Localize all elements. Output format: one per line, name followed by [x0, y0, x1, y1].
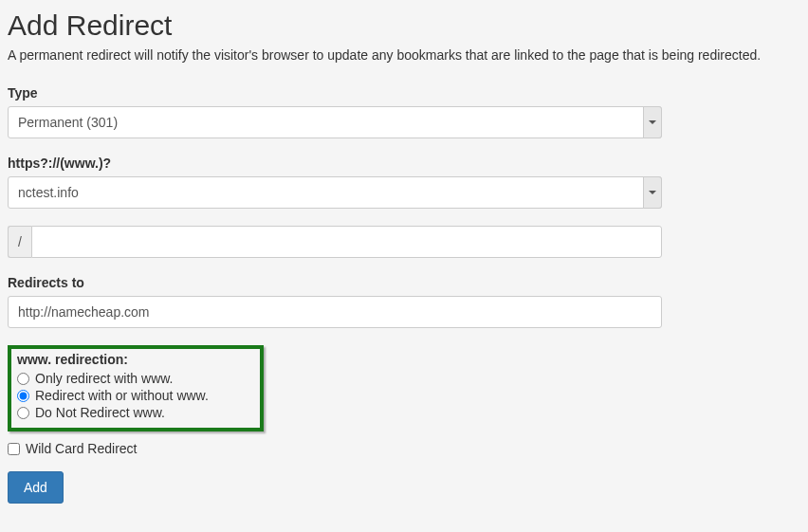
- page-title: Add Redirect: [8, 9, 800, 42]
- radio-no-www-label: Do Not Redirect www.: [35, 405, 165, 420]
- type-select[interactable]: Permanent (301): [8, 106, 662, 138]
- type-label: Type: [8, 85, 800, 101]
- www-redirection-section: www. redirection: Only redirect with www…: [8, 345, 264, 431]
- www-section-label: www. redirection:: [17, 352, 254, 367]
- domain-label: https?://(www.)?: [8, 156, 800, 171]
- redirects-input[interactable]: [8, 296, 662, 328]
- path-prefix: /: [8, 226, 31, 258]
- wildcard-label: Wild Card Redirect: [26, 441, 137, 456]
- radio-only-www[interactable]: [17, 373, 29, 385]
- path-input[interactable]: [31, 226, 662, 258]
- radio-only-www-label: Only redirect with www.: [35, 371, 173, 386]
- radio-with-without-www[interactable]: [17, 390, 29, 402]
- redirects-label: Redirects to: [8, 275, 800, 290]
- wildcard-checkbox[interactable]: [8, 443, 20, 455]
- radio-with-without-label: Redirect with or without www.: [35, 388, 209, 403]
- add-button[interactable]: Add: [8, 471, 64, 504]
- radio-no-www[interactable]: [17, 407, 29, 419]
- page-description: A permanent redirect will notify the vis…: [8, 47, 800, 63]
- domain-select[interactable]: nctest.info: [8, 176, 662, 209]
